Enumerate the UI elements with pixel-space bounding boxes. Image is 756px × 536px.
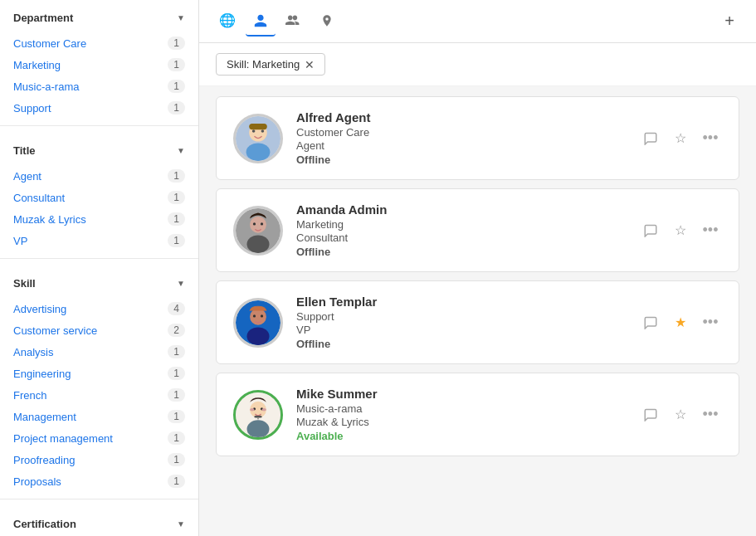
- sidebar-item-link[interactable]: Agent: [13, 170, 41, 183]
- sidebar-item-link[interactable]: VP: [13, 235, 27, 247]
- sidebar-item-link[interactable]: Music-a-rama: [13, 80, 79, 93]
- svg-point-8: [247, 235, 270, 253]
- more-options-icon[interactable]: •••: [699, 311, 722, 334]
- sidebar-item[interactable]: Customer service2: [0, 319, 198, 341]
- more-options-icon[interactable]: •••: [699, 403, 722, 426]
- sidebar-item-link[interactable]: Marketing: [13, 59, 61, 71]
- agent-title: VP: [296, 324, 626, 336]
- divider-2: [0, 258, 198, 259]
- sidebar-item-link[interactable]: Project management: [13, 432, 113, 445]
- agent-avatar: [233, 390, 283, 440]
- sidebar-item-link[interactable]: Customer service: [13, 324, 97, 337]
- department-chevron-icon: ▼: [177, 13, 185, 22]
- sidebar-item-link[interactable]: Customer Care: [13, 37, 86, 50]
- sidebar-item-link[interactable]: Engineering: [13, 368, 71, 380]
- chat-icon[interactable]: [639, 311, 662, 334]
- agent-card: Mike Summer Music-a-rama Muzak & Lyrics …: [216, 373, 739, 456]
- skill-chevron-icon: ▼: [177, 279, 185, 288]
- svg-point-22: [262, 407, 266, 411]
- filter-area: Skill: Marketing ✕: [199, 43, 756, 86]
- location-tab-icon[interactable]: [312, 7, 342, 37]
- sidebar-item-link[interactable]: Muzak & Lyrics: [13, 213, 86, 226]
- department-items: Customer Care1Marketing1Music-a-rama1Sup…: [0, 32, 198, 119]
- add-button[interactable]: +: [716, 8, 743, 35]
- sidebar-item-link[interactable]: French: [13, 389, 46, 402]
- sidebar-item-link[interactable]: Support: [13, 102, 51, 115]
- svg-point-9: [253, 222, 256, 225]
- sidebar-item[interactable]: Agent1: [0, 165, 198, 187]
- sidebar-item[interactable]: Management1: [0, 406, 198, 427]
- sidebar-item[interactable]: Consultant1: [0, 187, 198, 208]
- agent-avatar: [233, 298, 283, 348]
- agent-name: Ellen Templar: [296, 295, 626, 309]
- sidebar-item[interactable]: French1: [0, 384, 198, 406]
- person-tab-icon[interactable]: [246, 7, 276, 37]
- svg-point-13: [247, 327, 270, 345]
- star-icon[interactable]: ☆: [669, 219, 692, 242]
- skill-items: Advertising4Customer service2Analysis1En…: [0, 298, 198, 492]
- toolbar: 🌐 +: [199, 0, 756, 43]
- agent-department: Music-a-rama: [296, 402, 626, 415]
- star-icon[interactable]: ★: [669, 311, 692, 334]
- sidebar-item-link[interactable]: Consultant: [13, 192, 65, 204]
- sidebar-item-link[interactable]: Analysis: [13, 346, 53, 358]
- chat-icon[interactable]: [639, 127, 662, 150]
- star-icon[interactable]: ☆: [669, 403, 692, 426]
- agent-avatar: [233, 206, 283, 256]
- filter-close-icon[interactable]: ✕: [305, 59, 315, 71]
- sidebar-item-count: 2: [168, 324, 185, 337]
- agent-actions: ☆ •••: [639, 403, 722, 426]
- sidebar-item[interactable]: Project management1: [0, 427, 198, 449]
- sidebar-item[interactable]: Proposals1: [0, 470, 198, 492]
- agent-status: Available: [296, 430, 626, 442]
- svg-point-2: [246, 143, 271, 161]
- sidebar-item-count: 1: [168, 212, 185, 226]
- agent-actions: ☆ •••: [639, 127, 722, 150]
- people-tab-icon[interactable]: [279, 7, 309, 37]
- sidebar-item-link[interactable]: Proposals: [13, 475, 61, 488]
- more-options-icon[interactable]: •••: [699, 219, 722, 242]
- agent-actions: ☆ •••: [639, 219, 722, 242]
- agent-card: Alfred Agent Customer Care Agent Offline…: [216, 96, 739, 180]
- sidebar-item[interactable]: VP1: [0, 230, 198, 251]
- sidebar-item-count: 1: [168, 37, 185, 50]
- agent-name: Amanda Admin: [296, 202, 626, 217]
- sidebar-item[interactable]: Support1: [0, 97, 198, 119]
- agent-actions: ★ •••: [639, 311, 722, 334]
- sidebar-item[interactable]: Proofreading1: [0, 449, 198, 470]
- more-options-icon[interactable]: •••: [699, 127, 722, 150]
- filter-chip-label: Skill: Marketing: [227, 58, 300, 71]
- sidebar-item[interactable]: Music-a-rama1: [0, 76, 198, 97]
- sidebar-item-link[interactable]: Advertising: [13, 303, 66, 315]
- divider-1: [0, 125, 198, 126]
- sidebar-item-count: 1: [168, 101, 185, 115]
- chat-icon[interactable]: [639, 403, 662, 426]
- sidebar-item[interactable]: Analysis1: [0, 341, 198, 363]
- skill-label: Skill: [13, 277, 36, 290]
- sidebar-item[interactable]: Marketing1: [0, 54, 198, 76]
- globe-tab-icon[interactable]: 🌐: [212, 7, 242, 37]
- sidebar-item-link[interactable]: Management: [13, 411, 76, 423]
- certification-section-header[interactable]: Certification ▼: [0, 506, 198, 536]
- title-chevron-icon: ▼: [177, 146, 185, 155]
- svg-point-3: [252, 129, 256, 133]
- sidebar-item-link[interactable]: Proofreading: [13, 454, 75, 466]
- skill-filter-chip[interactable]: Skill: Marketing ✕: [216, 53, 325, 76]
- chat-icon[interactable]: [639, 219, 662, 242]
- department-label: Department: [13, 12, 73, 24]
- sidebar-item[interactable]: Muzak & Lyrics1: [0, 208, 198, 230]
- sidebar-item[interactable]: Customer Care1: [0, 32, 198, 54]
- skill-section-header[interactable]: Skill ▼: [0, 266, 198, 298]
- agent-card: Ellen Templar Support VP Offline ★ •••: [216, 280, 739, 364]
- sidebar-item[interactable]: Engineering1: [0, 363, 198, 384]
- title-section-header[interactable]: Title ▼: [0, 133, 198, 165]
- agent-status: Offline: [296, 153, 626, 166]
- sidebar-item[interactable]: Advertising4: [0, 298, 198, 319]
- star-icon[interactable]: ☆: [669, 127, 692, 150]
- agent-info: Ellen Templar Support VP Offline: [296, 295, 626, 350]
- sidebar-item-count: 1: [168, 431, 185, 445]
- svg-point-24: [257, 417, 259, 419]
- main-content: 🌐 + Skill: Marketing ✕: [199, 0, 756, 536]
- department-section-header[interactable]: Department ▼: [0, 0, 198, 32]
- svg-rect-5: [249, 124, 267, 129]
